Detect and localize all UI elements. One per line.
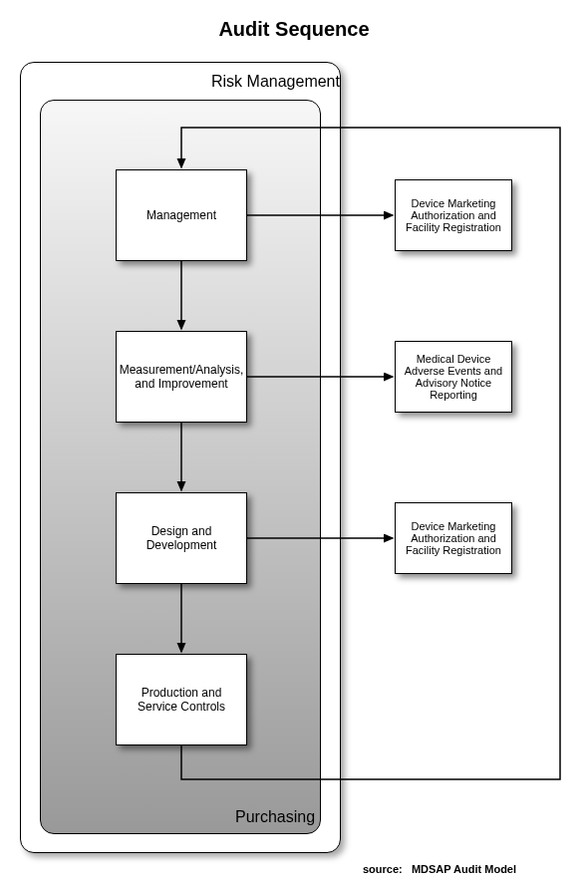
source-text: MDSAP Audit Model	[412, 863, 516, 875]
source-label: source: MDSAP Audit Model	[363, 863, 516, 875]
diagram-canvas: Audit Sequence Risk Management Purchasin…	[0, 0, 588, 883]
source-prefix: source:	[363, 863, 403, 875]
connectors	[0, 0, 588, 883]
